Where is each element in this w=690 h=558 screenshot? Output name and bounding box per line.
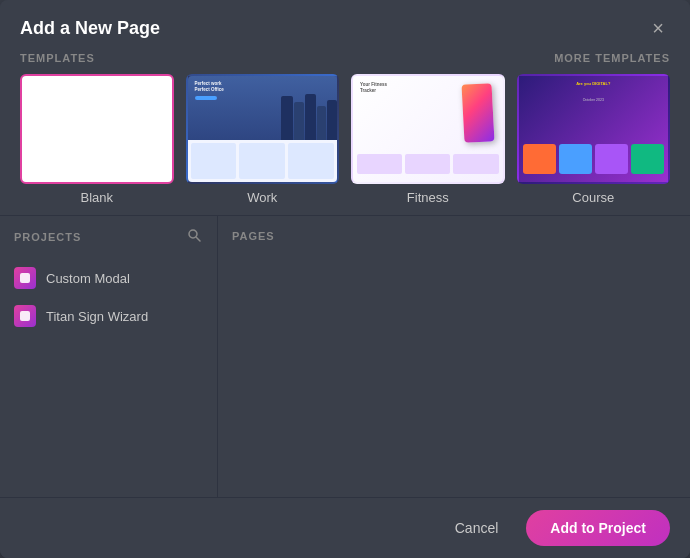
template-work-label: Work [247,190,277,205]
projects-header: PROJECTS [0,216,217,255]
template-blank-label: Blank [80,190,113,205]
add-to-project-button[interactable]: Add to Project [526,510,670,546]
template-blank[interactable]: Blank [20,74,174,205]
template-blank-thumb[interactable] [20,74,174,184]
template-work[interactable]: Perfect workPerfect Office [186,74,340,205]
templates-grid: Blank Perfect workPerfect Office [20,74,670,205]
cancel-button[interactable]: Cancel [439,512,515,544]
project-label-custom-modal: Custom Modal [46,271,130,286]
svg-line-1 [197,238,201,242]
search-icon [187,228,201,242]
template-course[interactable]: Are you DIGITAL? October 2023 Course [517,74,671,205]
more-templates-link[interactable]: More Templates [554,52,670,64]
template-fitness-thumb[interactable]: Your FitnessTracker [351,74,505,184]
project-icon-custom-modal [14,267,36,289]
projects-list: Custom Modal Titan Sign Wizard [0,255,217,497]
modal-footer: Cancel Add to Project [0,497,690,558]
templates-section-label: TEMPLATES More Templates [20,52,670,64]
templates-section: TEMPLATES More Templates Blank Perfect w… [0,52,690,215]
template-course-thumb[interactable]: Are you DIGITAL? October 2023 [517,74,671,184]
pages-panel: PAGES [218,216,690,497]
pages-label: PAGES [232,230,275,242]
template-course-label: Course [572,190,614,205]
svg-point-0 [189,230,197,238]
modal-title: Add a New Page [20,18,160,39]
modal-header: Add a New Page × [0,0,690,52]
project-icon-titan-sign-wizard [14,305,36,327]
pages-content [218,252,690,497]
bottom-section: PROJECTS Custom Modal [0,216,690,497]
add-new-page-modal: Add a New Page × TEMPLATES More Template… [0,0,690,558]
projects-search-button[interactable] [185,226,203,247]
project-item-custom-modal[interactable]: Custom Modal [0,259,217,297]
project-item-titan-sign-wizard[interactable]: Titan Sign Wizard [0,297,217,335]
projects-panel: PROJECTS Custom Modal [0,216,218,497]
template-fitness[interactable]: Your FitnessTracker Fitness [351,74,505,205]
pages-header: PAGES [218,216,690,252]
template-fitness-label: Fitness [407,190,449,205]
template-work-thumb[interactable]: Perfect workPerfect Office [186,74,340,184]
project-label-titan-sign-wizard: Titan Sign Wizard [46,309,148,324]
close-button[interactable]: × [646,16,670,40]
projects-label: PROJECTS [14,231,81,243]
